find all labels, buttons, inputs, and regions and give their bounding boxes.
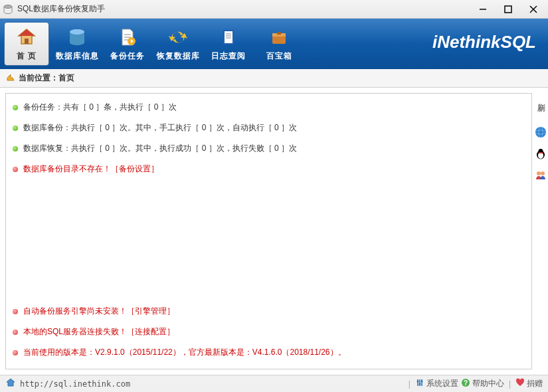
content-top: 备份任务：共有［ 0 ］条，共执行［ 0 ］次 数据库备份：共执行［ 0 ］次。…: [13, 102, 525, 306]
content-bottom: 自动备份服务引擎尚未安装！［引擎管理］ 本地的SQL服务器连接失败！［连接配置］…: [13, 306, 525, 361]
svg-point-34: [418, 383, 420, 385]
svg-text:?: ?: [464, 379, 468, 387]
toolbar-label: 百宝箱: [266, 50, 292, 62]
status-text[interactable]: 本地的SQL服务器连接失败！［连接配置］: [23, 326, 175, 338]
status-line: 本地的SQL服务器连接失败！［连接配置］: [13, 326, 525, 338]
main-toolbar: 首 页 数据库信息 备份任务 恢复数据库 日志查阅 百宝箱 iNethinkSQ…: [0, 19, 548, 69]
heart-icon: [515, 378, 525, 389]
book-icon: [218, 27, 239, 48]
title-bar: SQL数据库备份恢复助手: [0, 0, 548, 19]
svg-point-29: [541, 171, 545, 175]
status-url[interactable]: http://sql.inethink.com: [20, 379, 130, 389]
breadcrumb-page: 首页: [58, 72, 74, 84]
toolbar-logs[interactable]: 日志查阅: [206, 22, 251, 66]
status-text: 备份任务：共有［ 0 ］条，共执行［ 0 ］次: [23, 102, 177, 113]
sidebar: 刷新: [533, 88, 548, 375]
status-text[interactable]: 自动备份服务引擎尚未安装！［引擎管理］: [23, 306, 175, 317]
status-text: 当前使用的版本是：V2.9.1.0（2015/11/22），官方最新版本是：V4…: [23, 347, 346, 358]
donate-link[interactable]: 捐赠: [515, 378, 543, 389]
database-icon: [66, 27, 88, 48]
breadcrumb-label: 当前位置：: [19, 72, 58, 84]
separator: |: [509, 379, 511, 389]
svg-point-35: [420, 381, 422, 383]
bullet-red-icon: [13, 330, 18, 335]
svg-rect-20: [277, 32, 281, 35]
help-link[interactable]: ? 帮助中心: [461, 378, 504, 389]
status-text[interactable]: 数据库备份目录不存在！［备份设置］: [23, 163, 159, 175]
toolbar-dbinfo[interactable]: 数据库信息: [54, 22, 100, 66]
location-icon: [5, 72, 16, 84]
svg-rect-6: [25, 39, 29, 44]
bullet-red-icon: [13, 350, 18, 355]
svg-rect-27: [539, 152, 543, 153]
box-icon: [268, 27, 290, 48]
svg-rect-14: [225, 31, 232, 43]
svg-point-28: [537, 171, 541, 175]
toolbar-label: 备份任务: [110, 50, 145, 62]
bullet-green-icon: [13, 126, 18, 131]
toolbar-home[interactable]: 首 页: [4, 22, 49, 66]
status-line: 备份任务：共有［ 0 ］条，共执行［ 0 ］次: [13, 102, 525, 113]
refresh-icon: [167, 27, 189, 48]
breadcrumb: 当前位置： 首页: [0, 69, 548, 88]
toolbar-label: 日志查阅: [211, 50, 246, 62]
close-button[interactable]: [527, 3, 540, 16]
svg-point-33: [416, 381, 418, 383]
help-label: 帮助中心: [472, 378, 504, 389]
home-small-icon[interactable]: [5, 377, 16, 390]
status-text: 数据库备份：共执行［ 0 ］次。其中，手工执行［ 0 ］次，自动执行［ 0 ］次: [23, 122, 297, 134]
help-icon: ?: [461, 378, 470, 389]
bullet-red-icon: [13, 167, 18, 172]
toolbar-restore[interactable]: 恢复数据库: [155, 22, 201, 66]
status-line: 数据库备份目录不存在！［备份设置］: [13, 163, 525, 175]
svg-point-21: [535, 127, 546, 138]
toolbar-label: 数据库信息: [56, 50, 99, 62]
toolbar-label: 恢复数据库: [157, 50, 200, 62]
settings-icon: [415, 378, 424, 389]
status-line: 自动备份服务引擎尚未安装！［引擎管理］: [13, 306, 525, 317]
maximize-button[interactable]: [502, 3, 515, 16]
bullet-red-icon: [13, 309, 18, 314]
toolbar-toolbox[interactable]: 百宝箱: [256, 22, 302, 66]
people-icon[interactable]: [535, 169, 547, 181]
svg-rect-3: [505, 6, 511, 13]
home-icon: [16, 27, 37, 48]
brand-logo: iNethinkSQL: [432, 32, 536, 52]
status-line: 数据库备份：共执行［ 0 ］次。其中，手工执行［ 0 ］次，自动执行［ 0 ］次: [13, 122, 525, 134]
settings-label: 系统设置: [426, 378, 458, 389]
globe-icon[interactable]: [535, 126, 547, 138]
donate-label: 捐赠: [527, 378, 543, 389]
content-panel: 备份任务：共有［ 0 ］条，共执行［ 0 ］次 数据库备份：共执行［ 0 ］次。…: [5, 93, 532, 369]
document-icon: [117, 27, 138, 48]
bullet-green-icon: [13, 105, 18, 110]
toolbar-label: 首 页: [17, 50, 37, 62]
minimize-button[interactable]: [476, 3, 490, 16]
status-line: 数据库恢复：共执行［ 0 ］次。其中，执行成功［ 0 ］次，执行失败［ 0 ］次: [13, 143, 525, 154]
window-title: SQL数据库备份恢复助手: [17, 3, 476, 15]
penguin-icon[interactable]: [535, 147, 547, 159]
status-bar: http://sql.inethink.com | 系统设置 ? 帮助中心 | …: [0, 375, 548, 392]
separator: |: [409, 379, 411, 389]
toolbar-backup-task[interactable]: 备份任务: [105, 22, 150, 66]
bullet-green-icon: [13, 146, 18, 151]
status-text: 数据库恢复：共执行［ 0 ］次。其中，执行成功［ 0 ］次，执行失败［ 0 ］次: [23, 143, 297, 154]
status-line: 当前使用的版本是：V2.9.1.0（2015/11/22），官方最新版本是：V4…: [13, 347, 525, 358]
svg-point-8: [70, 29, 84, 35]
app-icon: [3, 4, 13, 15]
settings-link[interactable]: 系统设置: [415, 378, 458, 389]
